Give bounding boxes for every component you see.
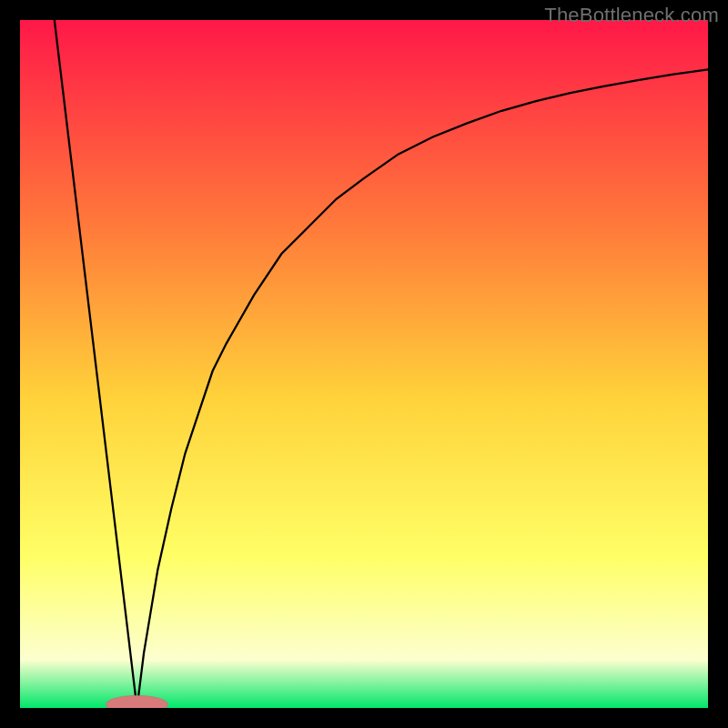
chart-frame: TheBottleneck.com: [0, 0, 728, 728]
watermark-text: TheBottleneck.com: [544, 4, 719, 27]
bottleneck-chart: [20, 20, 708, 708]
gradient-background: [20, 20, 708, 708]
